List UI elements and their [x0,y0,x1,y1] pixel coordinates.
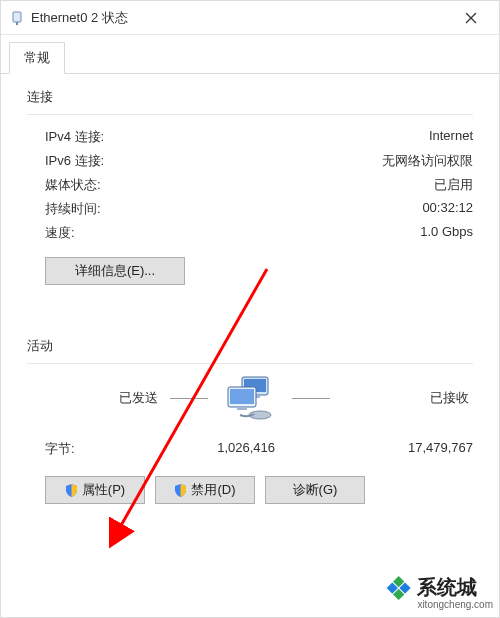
row-duration: 持续时间: 00:32:12 [27,197,473,221]
ipv4-value: Internet [429,128,473,146]
diagnose-button[interactable]: 诊断(G) [265,476,365,504]
properties-button[interactable]: 属性(P) [45,476,145,504]
activity-visual-row: 已发送 已接收 [27,374,473,422]
content-area: 连接 IPv4 连接: Internet IPv6 连接: 无网络访问权限 媒体… [1,74,499,504]
row-ipv4: IPv4 连接: Internet [27,125,473,149]
activity-section-label: 活动 [27,337,473,355]
svg-rect-1 [16,22,18,25]
titlebar: Ethernet0 2 状态 [1,1,499,35]
speed-label: 速度: [45,224,420,242]
media-value: 已启用 [434,176,473,194]
disable-label: 禁用(D) [191,481,235,499]
divider [27,363,473,364]
svg-rect-8 [230,389,254,404]
activity-line [170,398,208,399]
properties-label: 属性(P) [82,481,125,499]
activity-section: 活动 已发送 已接收 [27,337,473,504]
watermark-brand: 系统城 [417,576,493,599]
svg-rect-9 [237,407,247,410]
ipv6-label: IPv6 连接: [45,152,382,170]
shield-icon [174,484,187,497]
shield-icon [65,484,78,497]
connection-section-label: 连接 [27,88,473,106]
media-label: 媒体状态: [45,176,434,194]
activity-line [292,398,330,399]
bottom-button-row: 属性(P) 禁用(D) 诊断(G) [27,462,473,504]
close-button[interactable] [451,3,491,33]
tab-general[interactable]: 常规 [9,42,65,74]
disable-button[interactable]: 禁用(D) [155,476,255,504]
svg-rect-0 [13,12,21,22]
watermark-logo-icon [375,575,411,611]
window-title: Ethernet0 2 状态 [31,9,451,27]
tab-row: 常规 [1,35,499,74]
row-media: 媒体状态: 已启用 [27,173,473,197]
bytes-received-value: 17,479,767 [275,440,473,458]
network-computers-icon [220,374,280,422]
row-speed: 速度: 1.0 Gbps [27,221,473,245]
bytes-sent-value: 1,026,416 [125,440,275,458]
sent-label: 已发送 [27,389,158,407]
ipv4-label: IPv4 连接: [45,128,429,146]
speed-value: 1.0 Gbps [420,224,473,242]
row-ipv6: IPv6 连接: 无网络访问权限 [27,149,473,173]
received-label: 已接收 [342,389,473,407]
ipv6-value: 无网络访问权限 [382,152,473,170]
bytes-label: 字节: [45,440,125,458]
divider [27,114,473,115]
ethernet-icon [9,10,25,26]
watermark: 系统城 xitongcheng.com [375,575,493,611]
diagnose-label: 诊断(G) [293,481,338,499]
watermark-url: xitongcheng.com [417,599,493,611]
details-button[interactable]: 详细信息(E)... [45,257,185,285]
duration-label: 持续时间: [45,200,422,218]
bytes-row: 字节: 1,026,416 17,479,767 [27,430,473,462]
duration-value: 00:32:12 [422,200,473,218]
